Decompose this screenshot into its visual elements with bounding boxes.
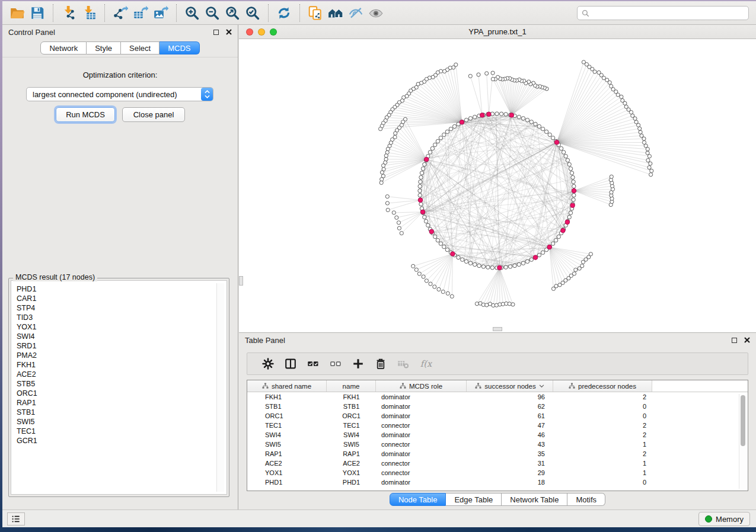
table-row[interactable]: ACE2ACE2connector311 [247,459,738,468]
mcds-result-item[interactable]: STB1 [17,408,216,417]
table-row[interactable]: RAP1RAP1dominator352 [247,449,738,459]
search-input[interactable] [593,9,744,17]
mcds-list-scrollbar[interactable] [216,283,224,492]
select-all-button[interactable] [302,354,324,373]
column-header-name[interactable]: name [327,380,376,392]
mcds-result-item[interactable]: PHD1 [17,284,216,294]
table-scrollbar[interactable] [739,394,746,489]
table-header-row: shared namenameMCDS rolesuccessor nodesp… [247,380,748,392]
mcds-result-item[interactable]: FKH1 [17,360,216,370]
splitter-handle-bottom[interactable] [493,327,502,331]
deselect-all-button[interactable] [324,354,347,373]
mcds-result-item[interactable]: CAR1 [17,294,216,303]
import-table-button[interactable] [79,4,99,23]
svg-text:f(x): f(x) [420,358,432,368]
table-cell: 0 [553,403,652,410]
tab-motifs[interactable]: Motifs [567,493,605,506]
mcds-result-item[interactable]: STP4 [17,303,216,313]
mcds-result-item[interactable]: RAP1 [17,398,216,408]
export-table-button[interactable] [130,4,151,23]
close-panel-icon[interactable] [226,28,232,37]
zoom-in-button[interactable] [182,4,202,23]
mcds-result-item[interactable]: SWI4 [17,332,216,341]
import-network-icon [61,5,76,21]
column-header-successor-nodes[interactable]: successor nodes [467,380,553,392]
table-row[interactable]: ORC1ORC1dominator610 [247,411,738,421]
mcds-result-item[interactable]: GCR1 [17,436,216,446]
mcds-result-item[interactable]: SWI5 [17,417,216,427]
clone-network-button[interactable] [305,4,326,23]
mcds-result-item[interactable]: SRD1 [17,341,216,351]
toolbar-divider [299,4,300,22]
mcds-result-item[interactable]: TEC1 [17,427,216,436]
import-network-button[interactable] [59,4,79,23]
splitter-handle-left[interactable] [239,276,243,286]
export-image-button[interactable] [151,4,171,23]
run-mcds-button[interactable]: Run MCDS [56,107,115,122]
network-canvas[interactable] [239,39,756,332]
sort-chevron-icon [539,384,544,388]
column-header-predecessor-nodes[interactable]: predecessor nodes [553,380,652,392]
close-table-panel-icon[interactable] [744,336,750,345]
tab-mcds[interactable]: MCDS [160,41,199,55]
zoom-out-button[interactable] [202,4,222,23]
table-row[interactable]: SWI5SWI5connector431 [247,440,738,449]
clone-network-icon [308,5,323,21]
column-header-MCDS-role[interactable]: MCDS role [376,380,467,392]
network-title: YPA_prune.txt_1 [239,27,756,36]
memory-status-icon [705,515,712,523]
table-cell: ACE2 [327,460,376,467]
tab-node-table[interactable]: Node Table [390,493,446,506]
hide-selected-button[interactable] [346,4,366,23]
refresh-layout-button[interactable] [274,4,294,23]
optimization-criterion-select[interactable]: largest connected component (undirected) [26,87,213,101]
close-panel-button[interactable]: Close panel [122,107,185,122]
column-header-shared-name[interactable]: shared name [247,380,327,392]
show-all-button[interactable] [366,4,386,23]
mcds-result-item[interactable]: TID3 [17,313,216,322]
save-session-button[interactable] [27,4,47,23]
table-scrollbar-thumb[interactable] [741,395,745,446]
table-cell: dominator [376,479,467,486]
tab-select[interactable]: Select [121,41,160,55]
search-box[interactable] [577,6,749,20]
zoom-selected-button[interactable] [243,4,263,23]
status-bar: Memory [2,509,756,527]
table-row[interactable]: FKH1FKH1dominator962 [247,392,738,402]
memory-button[interactable]: Memory [698,512,750,526]
table-row[interactable]: STB1STB1dominator620 [247,402,738,411]
table-row[interactable]: SWI4SWI4dominator462 [247,430,738,440]
delete-column-button[interactable] [369,354,392,373]
add-column-button[interactable] [347,354,369,373]
table-row[interactable]: TEC1TEC1connector472 [247,421,738,430]
settings-button[interactable] [257,354,279,373]
mcds-result-list[interactable]: PHD1CAR1STP4TID3YOX1SWI4SRD1PMA2FKH1ACE2… [14,283,216,492]
zoom-fit-button[interactable] [222,4,243,23]
tab-style[interactable]: Style [87,41,121,55]
mcds-result-item[interactable]: YOX1 [17,322,216,332]
desktop-wallpaper-bottom [0,527,756,532]
mcds-result-item[interactable]: PMA2 [17,351,216,360]
float-panel-icon[interactable] [213,30,219,35]
columns-button[interactable] [279,354,302,373]
float-table-panel-icon[interactable] [732,338,737,343]
table-cell: 2 [553,422,652,429]
select-all-icon [307,357,320,370]
mcds-result-item[interactable]: ORC1 [17,389,216,398]
first-neighbors-button[interactable] [326,4,346,23]
table-row[interactable]: YOX1YOX1connector291 [247,468,738,477]
mcds-result-item[interactable]: STB5 [17,379,216,389]
import-table-icon [81,5,97,21]
main-toolbar [2,1,756,25]
table-row[interactable]: PHD1PHD1dominator180 [247,477,738,487]
tab-edge-table[interactable]: Edge Table [446,493,502,506]
add-column-icon [352,357,365,370]
deselect-all-icon [329,357,342,370]
table-panel-title: Table Panel [245,336,285,345]
open-session-button[interactable] [7,4,27,23]
mcds-result-item[interactable]: ACE2 [17,370,216,379]
tab-network-table[interactable]: Network Table [502,493,567,506]
export-network-button[interactable] [110,4,130,23]
tab-network[interactable]: Network [40,41,87,55]
task-history-button[interactable] [7,512,25,525]
